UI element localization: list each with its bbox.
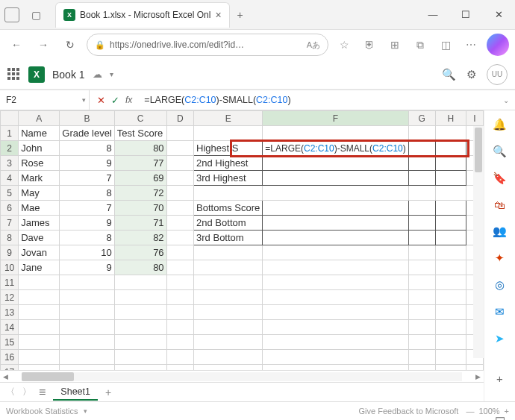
cell-G12[interactable] <box>408 290 435 305</box>
cell-E7[interactable]: 2nd Bottom <box>194 216 263 231</box>
cell-G13[interactable] <box>408 305 435 320</box>
col-header-G[interactable]: G <box>408 111 435 126</box>
search-panel-icon[interactable]: 🔍 <box>493 145 508 158</box>
cell-B13[interactable] <box>60 305 114 320</box>
extensions-icon[interactable]: ⊞ <box>385 35 405 54</box>
cell-D8[interactable] <box>166 231 193 245</box>
cell-H9[interactable] <box>435 245 466 260</box>
bell-icon[interactable]: 🔔 <box>493 118 508 131</box>
zoom-level[interactable]: 100% <box>478 407 499 416</box>
cell-H4[interactable] <box>435 171 466 186</box>
cell-E10[interactable] <box>194 260 263 275</box>
status-chevron-icon[interactable]: ▾ <box>84 407 87 415</box>
cell-G9[interactable] <box>408 245 435 260</box>
cell-F8[interactable] <box>263 231 408 245</box>
cell-A10[interactable]: Jane <box>19 260 60 275</box>
cell-B10[interactable]: 9 <box>60 260 114 275</box>
cell-H12[interactable] <box>435 290 466 305</box>
cancel-formula-icon[interactable]: ✕ <box>97 95 105 106</box>
copilot-icon[interactable] <box>487 34 509 56</box>
cell-C15[interactable] <box>114 335 166 350</box>
cell-C6[interactable]: 70 <box>114 201 166 216</box>
nav-back-button[interactable]: ← <box>6 34 27 55</box>
col-header-A[interactable]: A <box>19 111 60 126</box>
cell-G2[interactable] <box>408 141 435 156</box>
cell-D15[interactable] <box>166 335 193 350</box>
cell-H1[interactable] <box>435 126 466 141</box>
cell-B4[interactable]: 7 <box>60 171 114 186</box>
cell-D6[interactable] <box>166 201 193 216</box>
collections-icon[interactable]: ⧉ <box>411 35 430 54</box>
window-close-button[interactable]: ✕ <box>482 0 515 30</box>
row-header-3[interactable]: 3 <box>1 156 19 171</box>
add-panel-icon[interactable]: + <box>493 372 508 385</box>
favorites-icon[interactable]: ☆ <box>334 35 354 54</box>
cell-F3[interactable] <box>263 156 408 171</box>
cell-B2[interactable]: 8 <box>60 141 114 156</box>
cell-A11[interactable] <box>19 275 60 290</box>
formula-input[interactable]: =LARGE(C2:C10)-SMALL(C2:C10) <box>140 95 497 105</box>
cell-E5[interactable] <box>194 186 263 201</box>
cell-A6[interactable]: Mae <box>19 201 60 216</box>
file-name[interactable]: Book 1 <box>52 69 85 81</box>
sheet-tab-active[interactable]: Sheet1 <box>53 384 98 401</box>
cell-H16[interactable] <box>435 350 466 365</box>
cell-A7[interactable]: James <box>19 216 60 231</box>
cell-E17[interactable] <box>194 365 263 371</box>
row-header-2[interactable]: 2 <box>1 141 19 156</box>
cell-E15[interactable] <box>194 335 263 350</box>
chevron-down-icon[interactable]: ▾ <box>110 70 113 78</box>
col-header-B[interactable]: B <box>60 111 114 126</box>
split-icon[interactable]: ◫ <box>436 35 455 54</box>
cell-D11[interactable] <box>166 275 193 290</box>
tab-group-icon[interactable] <box>4 7 19 22</box>
cell-H5[interactable] <box>435 186 466 201</box>
cell-D7[interactable] <box>166 216 193 231</box>
cell-E14[interactable] <box>194 320 263 335</box>
search-icon[interactable]: 🔍 <box>442 68 456 81</box>
cell-D12[interactable] <box>166 290 193 305</box>
name-box[interactable]: F2 ▾ <box>0 90 90 110</box>
cell-B1[interactable]: Grade level <box>60 126 114 141</box>
row-header-14[interactable]: 14 <box>1 320 19 335</box>
cell-I17[interactable] <box>466 365 484 371</box>
cell-A5[interactable]: May <box>19 186 60 201</box>
cell-B15[interactable] <box>60 335 114 350</box>
cell-F1[interactable] <box>263 126 408 141</box>
add-sheet-button[interactable]: + <box>105 386 111 398</box>
browser-tab-active[interactable]: X Book 1.xlsx - Microsoft Excel Onl × <box>55 2 230 28</box>
cell-H11[interactable] <box>435 275 466 290</box>
shopping-icon[interactable]: 🛍 <box>493 198 508 211</box>
cell-G8[interactable] <box>408 231 435 245</box>
cell-E8[interactable]: 3rd Bottom <box>194 231 263 245</box>
cell-H17[interactable] <box>435 365 466 371</box>
cell-C4[interactable]: 69 <box>114 171 166 186</box>
cell-C2[interactable]: 80 <box>114 141 166 156</box>
cell-D2[interactable] <box>166 141 193 156</box>
formula-expand-icon[interactable]: ⌄ <box>497 96 515 104</box>
cell-A8[interactable]: Dave <box>19 231 60 245</box>
workbook-stats-label[interactable]: Workbook Statistics <box>6 407 78 416</box>
cell-B11[interactable] <box>60 275 114 290</box>
cell-D14[interactable] <box>166 320 193 335</box>
cell-F5[interactable] <box>263 186 408 201</box>
cell-E12[interactable] <box>194 290 263 305</box>
cell-H8[interactable] <box>435 231 466 245</box>
row-header-1[interactable]: 1 <box>1 126 19 141</box>
cell-A3[interactable]: Rose <box>19 156 60 171</box>
sheet-nav-next-icon[interactable]: 〉 <box>22 386 31 398</box>
send-icon[interactable]: ➤ <box>493 332 508 345</box>
cell-E13[interactable] <box>194 305 263 320</box>
cell-E4[interactable]: 3rd Highest <box>194 171 263 186</box>
cell-D1[interactable] <box>166 126 193 141</box>
col-header-D[interactable]: D <box>166 111 193 126</box>
fx-label[interactable]: fx <box>125 95 132 105</box>
cell-F14[interactable] <box>263 320 408 335</box>
cell-A13[interactable] <box>19 305 60 320</box>
settings-icon[interactable]: ⚙ <box>466 68 476 81</box>
cell-B14[interactable] <box>60 320 114 335</box>
cell-E3[interactable]: 2nd Highest <box>194 156 263 171</box>
shield-icon[interactable]: ⛨ <box>360 35 379 54</box>
cell-E16[interactable] <box>194 350 263 365</box>
cell-C13[interactable] <box>114 305 166 320</box>
